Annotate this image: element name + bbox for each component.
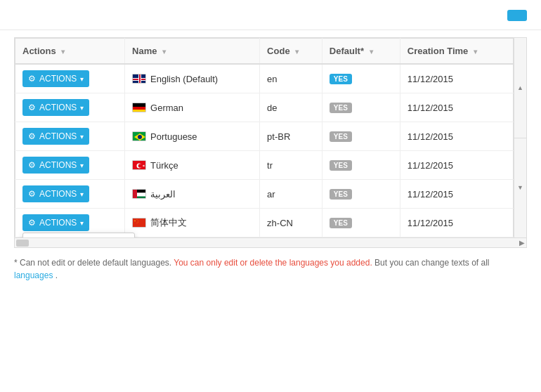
actions-label: ACTIONS: [39, 74, 77, 84]
code-cell: zh-CN: [260, 209, 322, 237]
actions-button[interactable]: ⚙ ACTIONS ▾: [22, 99, 89, 116]
horizontal-scrollbar[interactable]: ▶: [14, 238, 527, 248]
language-code: de: [267, 103, 277, 113]
col-creation-time-sort-icon: ▾: [474, 48, 477, 55]
caret-icon: ▾: [80, 162, 84, 169]
default-badge: YES: [330, 189, 352, 200]
language-code: en: [267, 74, 277, 84]
flag-cell: German: [132, 103, 252, 113]
actions-button[interactable]: ⚙ ACTIONS ▾: [22, 70, 89, 87]
default-cell: YES: [322, 180, 400, 209]
col-default[interactable]: Default* ▾: [322, 39, 400, 65]
actions-button[interactable]: ⚙ ACTIONS ▾: [22, 214, 89, 231]
actions-dropdown-wrapper: ⚙ ACTIONS ▾: [22, 157, 89, 174]
flag-cell: العربية: [132, 189, 252, 200]
table-row: ⚙ ACTIONS ▾ German de YES 11/12/2015: [15, 93, 514, 122]
svg-rect-19: [133, 190, 137, 199]
country-flag: [132, 74, 146, 84]
actions-button[interactable]: ⚙ ACTIONS ▾: [22, 128, 89, 145]
scroll-up-arrow[interactable]: ▲: [514, 38, 526, 138]
name-cell: Türkçe: [125, 151, 260, 180]
default-badge: YES: [330, 74, 352, 84]
creation-time: 11/12/2015: [408, 160, 453, 171]
menu-item-change-texts[interactable]: Change texts: [23, 233, 134, 238]
default-cell: YES: [322, 151, 400, 180]
col-name[interactable]: Name ▾: [125, 39, 260, 65]
country-flag: [132, 160, 146, 170]
code-cell: en: [260, 64, 322, 93]
footer-note-end: .: [56, 270, 58, 280]
col-code[interactable]: Code ▾: [260, 39, 322, 65]
flag-cell: English (Default): [132, 74, 252, 84]
flag-cell: Türkçe: [132, 160, 252, 171]
language-code: pt-BR: [267, 131, 290, 142]
table-row: ⚙ ACTIONS ▾ العربية ar YES 11/12/2015: [15, 180, 514, 209]
actions-cell: ⚙ ACTIONS ▾ Change texts Set as default …: [15, 209, 125, 237]
table-row: ⚙ ACTIONS ▾ Türkçe tr YES 11/12/2015: [15, 151, 514, 180]
svg-rect-6: [133, 107, 146, 110]
footer-note-part3: But you can change texts of all: [374, 258, 489, 268]
table-row: ⚙ ACTIONS ▾ Change texts Set as default …: [15, 209, 514, 237]
svg-rect-20: [133, 218, 146, 228]
actions-label: ACTIONS: [39, 103, 77, 112]
col-actions[interactable]: Actions ▾: [15, 39, 125, 65]
creation-time-cell: 11/12/2015: [400, 64, 513, 93]
country-flag: [132, 103, 146, 112]
actions-dropdown-wrapper: ⚙ ACTIONS ▾: [22, 185, 89, 202]
col-code-label: Code: [267, 46, 290, 56]
scroll-down-arrow[interactable]: ▼: [514, 138, 526, 238]
creation-time-cell: 11/12/2015: [400, 151, 513, 180]
footer-note: * Can not edit or delete default languag…: [0, 248, 541, 292]
name-cell: English (Default): [125, 64, 260, 93]
name-cell: العربية: [125, 180, 260, 209]
code-cell: pt-BR: [260, 122, 322, 151]
footer-note-part1: * Can not edit or delete default languag…: [14, 258, 174, 268]
actions-cell: ⚙ ACTIONS ▾: [15, 180, 125, 209]
gear-icon: ⚙: [28, 218, 36, 228]
col-name-label: Name: [132, 46, 157, 56]
footer-languages-link[interactable]: languages: [14, 270, 53, 280]
default-badge: YES: [330, 131, 352, 142]
default-cell: YES: [322, 209, 400, 237]
gear-icon: ⚙: [28, 131, 36, 141]
language-code: tr: [267, 160, 273, 171]
language-name: 简体中文: [150, 216, 187, 229]
code-cell: tr: [260, 151, 322, 180]
col-creation-time[interactable]: Creation Time ▾: [400, 39, 513, 65]
language-name: German: [150, 103, 183, 113]
actions-cell: ⚙ ACTIONS ▾: [15, 151, 125, 180]
actions-label: ACTIONS: [39, 160, 77, 170]
create-language-button[interactable]: [507, 10, 527, 21]
scroll-right-arrow[interactable]: ▶: [519, 239, 525, 247]
default-badge: YES: [330, 103, 352, 113]
name-cell: Portuguese: [125, 122, 260, 151]
default-cell: YES: [322, 64, 400, 93]
col-default-label: Default*: [330, 46, 364, 56]
col-creation-time-label: Creation Time: [408, 46, 468, 56]
country-flag: [132, 189, 146, 199]
default-badge: YES: [330, 160, 352, 171]
actions-button[interactable]: ⚙ ACTIONS ▾: [22, 185, 89, 202]
creation-time-cell: 11/12/2015: [400, 93, 513, 122]
scrollbar-thumb[interactable]: [16, 240, 29, 247]
creation-time: 11/12/2015: [408, 103, 453, 113]
actions-cell: ⚙ ACTIONS ▾: [15, 93, 125, 122]
creation-time: 11/12/2015: [408, 74, 453, 84]
actions-dropdown-wrapper: ⚙ ACTIONS ▾: [22, 128, 89, 145]
language-name: العربية: [150, 189, 176, 200]
col-name-sort-icon: ▾: [162, 48, 166, 55]
table-row: ⚙ ACTIONS ▾ English (Default) en YES 11/…: [15, 64, 514, 93]
col-actions-sort-icon: ▾: [61, 48, 65, 55]
actions-button[interactable]: ⚙ ACTIONS ▾: [22, 157, 89, 174]
page-header: [0, 0, 541, 30]
actions-dropdown-wrapper: ⚙ ACTIONS ▾ Change texts Set as default …: [22, 214, 89, 231]
caret-icon: ▾: [80, 190, 84, 198]
col-actions-label: Actions: [22, 46, 56, 56]
actions-label: ACTIONS: [39, 131, 77, 141]
default-cell: YES: [322, 93, 400, 122]
actions-dropdown-wrapper: ⚙ ACTIONS ▾: [22, 99, 89, 116]
actions-cell: ⚙ ACTIONS ▾: [15, 64, 125, 93]
country-flag: [132, 131, 146, 141]
default-badge: YES: [330, 218, 352, 228]
svg-point-10: [138, 135, 142, 139]
